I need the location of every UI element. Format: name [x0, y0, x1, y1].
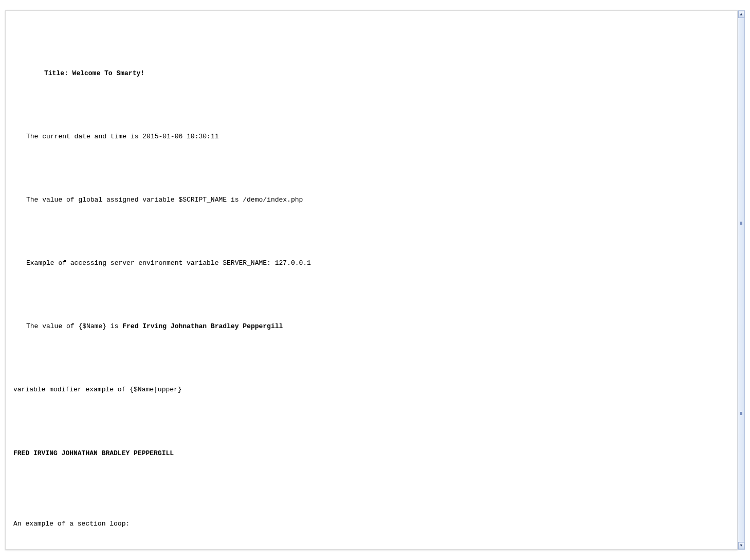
- datetime-line: The current date and time is 2015-01-06 …: [6, 132, 737, 141]
- scrollbar-tick: [740, 412, 742, 415]
- scrollbar-tick: [740, 222, 742, 225]
- vertical-scrollbar[interactable]: ▲ ▼: [738, 10, 745, 550]
- server-name-line: Example of accessing server environment …: [6, 259, 737, 268]
- scroll-down-arrow-icon[interactable]: ▼: [738, 542, 744, 549]
- name-line-value: Fred Irving Johnathan Bradley Peppergill: [122, 322, 283, 330]
- title-text: Welcome To Smarty!: [72, 69, 144, 77]
- modifier-line: variable modifier example of {$Name|uppe…: [6, 385, 737, 394]
- page-title: Title: Welcome To Smarty!: [6, 69, 737, 78]
- section-loop-heading: An example of a section loop:: [6, 519, 737, 529]
- scroll-up-arrow-icon[interactable]: ▲: [738, 11, 744, 18]
- name-line-prefix: The value of {$Name} is: [26, 322, 122, 330]
- name-upper: FRED IRVING JOHNATHAN BRADLEY PEPPERGILL: [6, 449, 737, 458]
- script-name-line: The value of global assigned variable $S…: [6, 195, 737, 205]
- document-content: Title: Welcome To Smarty! The current da…: [6, 31, 737, 560]
- document-pane: Title: Welcome To Smarty! The current da…: [5, 10, 738, 550]
- name-line: The value of {$Name} is Fred Irving John…: [6, 322, 737, 331]
- title-prefix: Title:: [44, 69, 72, 77]
